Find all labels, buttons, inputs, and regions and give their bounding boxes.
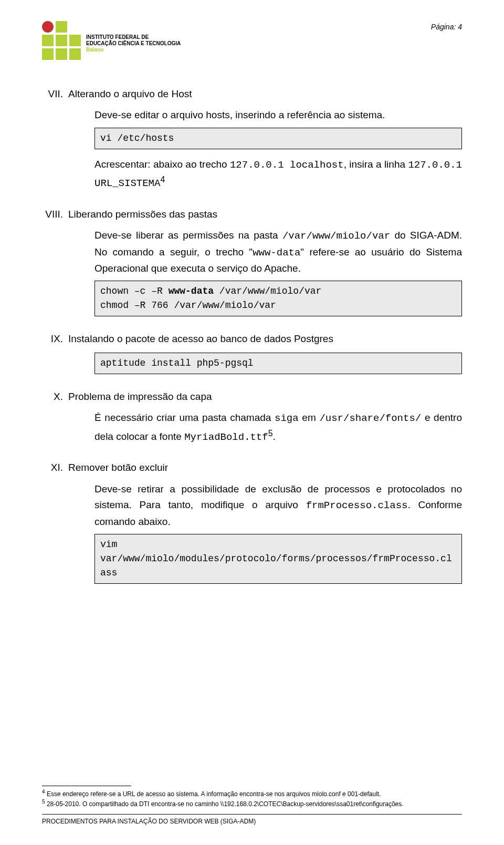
logo-text: INSTITUTO FEDERAL DE EDUCAÇÃO CIÊNCIA E … xyxy=(86,34,181,53)
section-vii-title: Alterando o arquivo de Host xyxy=(68,86,192,102)
roman-xi: XI. xyxy=(42,460,63,476)
roman-viii: VIII. xyxy=(42,207,63,222)
footnote-5: 5 28-05-2010. O compartilhado da DTI enc… xyxy=(42,798,462,808)
section-vii-p1: Deve-se editar o arquivo hosts, inserind… xyxy=(94,107,462,123)
logo-line2: EDUCAÇÃO CIÊNCIA E TECNOLOGIA xyxy=(86,40,181,47)
logo-block: INSTITUTO FEDERAL DE EDUCAÇÃO CIÊNCIA E … xyxy=(42,21,181,60)
roman-ix: IX. xyxy=(42,331,63,347)
section-ix: IX. Instalando o pacote de acesso ao ban… xyxy=(42,331,462,374)
roman-x: X. xyxy=(42,389,63,405)
section-x-p1: É necessário criar uma pasta chamada sig… xyxy=(94,410,462,445)
section-viii: VIII. Liberando permissões das pastas De… xyxy=(42,207,462,317)
section-xi-p1: Deve-se retirar a possibilidade de exclu… xyxy=(94,481,462,530)
section-xi-code1: vim var/www/miolo/modules/protocolo/form… xyxy=(94,534,462,584)
page-header: INSTITUTO FEDERAL DE EDUCAÇÃO CIÊNCIA E … xyxy=(42,21,462,60)
page-footer: PROCEDIMENTOS PARA INSTALAÇÃO DO SERVIDO… xyxy=(42,814,462,827)
logo-line1: INSTITUTO FEDERAL DE xyxy=(86,34,181,40)
section-x-title: Problema de impressão da capa xyxy=(68,389,212,405)
roman-vii: VII. xyxy=(42,86,63,102)
section-vii: VII. Alterando o arquivo de Host Deve-se… xyxy=(42,86,462,192)
section-ix-code1: aptitude install php5-pgsql xyxy=(94,353,462,374)
footer-text: PROCEDIMENTOS PARA INSTALAÇÃO DO SERVIDO… xyxy=(42,818,256,825)
section-vii-code1: vi /etc/hosts xyxy=(94,128,462,149)
section-xi-title: Remover botão excluir xyxy=(68,460,168,476)
section-viii-code1: chown –c –R www-data /var/www/miolo/var … xyxy=(94,281,462,316)
section-viii-p1: Deve-se liberar as permissões na pasta /… xyxy=(94,228,462,276)
footnotes: 4 Esse endereço refere-se a URL de acess… xyxy=(42,786,462,808)
logo-line3: Baiano xyxy=(86,47,181,53)
logo-icon xyxy=(42,21,81,60)
section-x: X. Problema de impressão da capa É neces… xyxy=(42,389,462,446)
section-vii-p2: Acrescentar: abaixo ao trecho 127.0.0.1 … xyxy=(94,157,462,192)
section-ix-title: Instalando o pacote de acesso ao banco d… xyxy=(68,331,333,347)
section-viii-title: Liberando permissões das pastas xyxy=(68,207,217,222)
page-number: Página: 4 xyxy=(431,21,462,33)
footnote-4: 4 Esse endereço refere-se a URL de acess… xyxy=(42,788,462,798)
section-xi: XI. Remover botão excluir Deve-se retira… xyxy=(42,460,462,584)
